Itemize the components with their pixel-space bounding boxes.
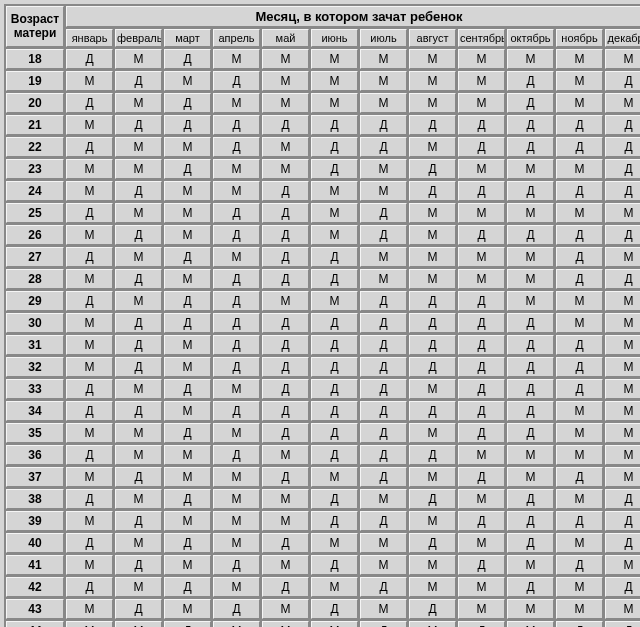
- cell: Д: [507, 71, 554, 91]
- cell: Д: [458, 225, 505, 245]
- cell: Д: [507, 357, 554, 377]
- corner-header: Возраст матери: [6, 6, 64, 47]
- cell: М: [458, 445, 505, 465]
- cell: Д: [115, 181, 162, 201]
- cell: Д: [458, 401, 505, 421]
- cell: М: [115, 445, 162, 465]
- cell: Д: [360, 335, 407, 355]
- cell: Д: [213, 335, 260, 355]
- cell: Д: [311, 269, 358, 289]
- age-header: 41: [6, 555, 64, 575]
- cell: Д: [556, 115, 603, 135]
- month-header: октябрь: [507, 29, 554, 47]
- table-row: 18ДМДМММММММММ: [6, 49, 640, 69]
- cell: Д: [213, 401, 260, 421]
- cell: М: [556, 291, 603, 311]
- cell: Д: [409, 357, 456, 377]
- cell: М: [360, 159, 407, 179]
- cell: М: [66, 467, 113, 487]
- cell: Д: [311, 159, 358, 179]
- cell: Д: [213, 71, 260, 91]
- cell: М: [115, 379, 162, 399]
- cell: Д: [605, 621, 640, 627]
- cell: М: [262, 291, 309, 311]
- cell: М: [66, 181, 113, 201]
- cell: М: [458, 203, 505, 223]
- cell: М: [115, 247, 162, 267]
- cell: Д: [213, 555, 260, 575]
- table-row: 41МДМДМДММДМДМ: [6, 555, 640, 575]
- cell: Д: [409, 115, 456, 135]
- age-header: 19: [6, 71, 64, 91]
- age-header: 18: [6, 49, 64, 69]
- table-row: 35ММДМДДДМДДММ: [6, 423, 640, 443]
- month-header: декабрь: [605, 29, 640, 47]
- cell: М: [213, 423, 260, 443]
- cell: Д: [115, 555, 162, 575]
- cell: М: [66, 357, 113, 377]
- cell: Д: [115, 269, 162, 289]
- cell: Д: [115, 71, 162, 91]
- cell: М: [507, 291, 554, 311]
- cell: М: [164, 467, 211, 487]
- cell: М: [262, 71, 309, 91]
- cell: Д: [507, 137, 554, 157]
- cell: М: [409, 93, 456, 113]
- age-header: 37: [6, 467, 64, 487]
- cell: Д: [556, 269, 603, 289]
- age-header: 31: [6, 335, 64, 355]
- table-row: 29ДМДДММДДДМММ: [6, 291, 640, 311]
- cell: Д: [262, 115, 309, 135]
- cell: Д: [605, 159, 640, 179]
- cell: Д: [409, 445, 456, 465]
- cell: М: [409, 555, 456, 575]
- table-row: 30МДДДДДДДДДММ: [6, 313, 640, 333]
- cell: М: [605, 423, 640, 443]
- cell: Д: [360, 291, 407, 311]
- cell: Д: [409, 159, 456, 179]
- cell: М: [409, 511, 456, 531]
- cell: Д: [213, 599, 260, 619]
- table-row: 32МДМДДДДДДДДМ: [6, 357, 640, 377]
- age-header: 38: [6, 489, 64, 509]
- age-header: 23: [6, 159, 64, 179]
- cell: Д: [115, 115, 162, 135]
- cell: М: [360, 533, 407, 553]
- cell: Д: [311, 599, 358, 619]
- cell: Д: [507, 379, 554, 399]
- cell: Д: [605, 269, 640, 289]
- table-row: 39МДМММДДМДДДД: [6, 511, 640, 531]
- cell: М: [507, 49, 554, 69]
- age-header: 28: [6, 269, 64, 289]
- cell: Д: [507, 423, 554, 443]
- cell: М: [458, 599, 505, 619]
- cell: Д: [311, 335, 358, 355]
- cell: М: [164, 511, 211, 531]
- cell: Д: [213, 203, 260, 223]
- cell: М: [311, 71, 358, 91]
- cell: Д: [458, 467, 505, 487]
- cell: М: [458, 489, 505, 509]
- table-row: 40ДМДМДММДМДМД: [6, 533, 640, 553]
- cell: Д: [360, 577, 407, 597]
- cell: М: [66, 599, 113, 619]
- cell: Д: [115, 357, 162, 377]
- cell: М: [605, 445, 640, 465]
- table-row: 24МДММДММДДДДД: [6, 181, 640, 201]
- cell: Д: [115, 599, 162, 619]
- table-row: 33ДМДМДДДМДДДМ: [6, 379, 640, 399]
- cell: М: [66, 159, 113, 179]
- cell: Д: [66, 203, 113, 223]
- table-row: 21МДДДДДДДДДДД: [6, 115, 640, 135]
- cell: М: [409, 269, 456, 289]
- table-row: 42ДМДМДМДММДМД: [6, 577, 640, 597]
- cell: М: [66, 225, 113, 245]
- cell: Д: [213, 291, 260, 311]
- cell: М: [115, 159, 162, 179]
- cell: Д: [507, 225, 554, 245]
- month-header: ноябрь: [556, 29, 603, 47]
- cell: Д: [556, 225, 603, 245]
- cell: М: [409, 71, 456, 91]
- cell: М: [458, 269, 505, 289]
- cell: Д: [115, 511, 162, 531]
